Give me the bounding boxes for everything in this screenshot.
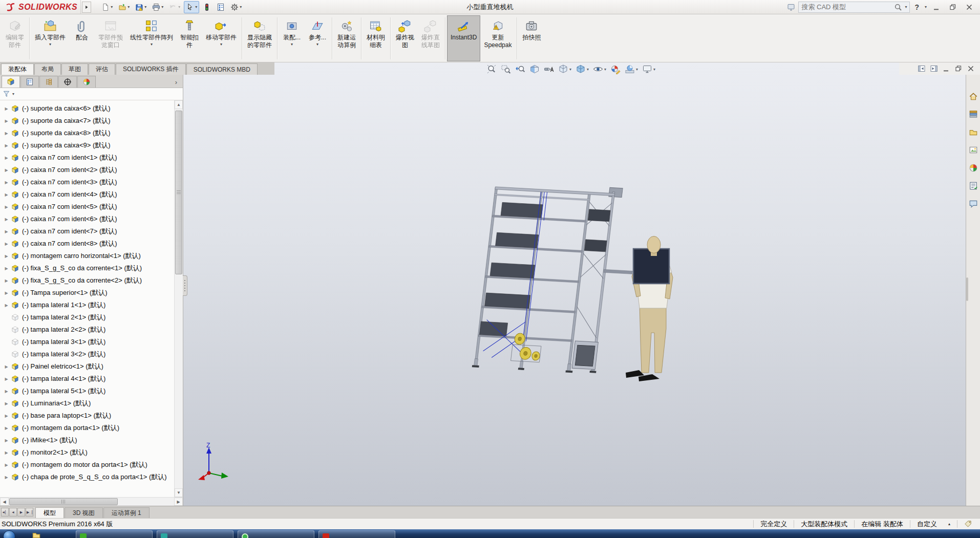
mannequin-model[interactable] bbox=[626, 236, 673, 382]
help-button[interactable]: ? bbox=[913, 3, 921, 11]
mannequin-head[interactable] bbox=[647, 236, 661, 253]
hide-show-items-button[interactable]: ▾ bbox=[593, 64, 606, 74]
scroll-left-button[interactable]: ◀ bbox=[0, 498, 9, 506]
scroll-up-button[interactable]: ▲ bbox=[175, 100, 183, 109]
nav-first-tab-button[interactable]: ◄▏ bbox=[1, 508, 9, 517]
panel-splitter-handle[interactable] bbox=[183, 275, 187, 296]
open-document-button[interactable]: ▾ bbox=[116, 1, 132, 13]
dropdown-caret-icon[interactable]: ▾ bbox=[178, 5, 180, 9]
filter-funnel-icon[interactable] bbox=[3, 90, 10, 98]
tree-item[interactable]: ▶(-) fixa_S_g_S_co da corrente<1> (默认) bbox=[0, 262, 174, 274]
rebuild-traffic-light-button[interactable] bbox=[201, 1, 213, 13]
expand-arrow-icon[interactable]: ▶ bbox=[3, 131, 10, 136]
nav-prev-tab-button[interactable]: ◄ bbox=[9, 508, 17, 517]
tree-item[interactable]: (-) tampa lateral 3<1> (默认) bbox=[0, 336, 174, 348]
tree-item[interactable]: ▶(-) suporte da caixa<9> (默认) bbox=[0, 139, 174, 152]
expand-arrow-icon[interactable]: ▶ bbox=[3, 303, 10, 308]
tree-item[interactable]: ▶(-) caixa n7 com ident<6> (默认) bbox=[0, 213, 174, 225]
file-explorer-button[interactable] bbox=[967, 126, 979, 138]
tree-vertical-scrollbar[interactable]: ▲ ▼ bbox=[174, 100, 183, 497]
filter-caret-icon[interactable]: ▾ bbox=[12, 92, 14, 96]
ribbon-mate-button[interactable]: 配合 bbox=[69, 15, 95, 61]
tree-item[interactable]: ▶(-) iMike<1> (默认) bbox=[0, 434, 174, 446]
new-document-button[interactable]: ▾ bbox=[99, 1, 115, 13]
tab-装配体[interactable]: 装配体 bbox=[1, 63, 34, 75]
dropdown-caret-icon[interactable]: ▾ bbox=[127, 5, 130, 9]
expand-arrow-icon[interactable]: ▶ bbox=[3, 205, 10, 209]
expand-arrow-icon[interactable]: ▶ bbox=[3, 450, 10, 455]
tab-布局[interactable]: 布局 bbox=[34, 63, 61, 75]
doc-restore-button[interactable] bbox=[954, 64, 963, 73]
pane-collapse-right-button[interactable] bbox=[930, 64, 938, 73]
dropdown-caret-icon[interactable]: ▾ bbox=[587, 67, 589, 72]
expand-arrow-icon[interactable]: ▶ bbox=[3, 217, 10, 222]
dropdown-caret-icon[interactable]: ▾ bbox=[144, 5, 146, 9]
ribbon-show-hidden-components-button[interactable]: 显示隐藏的零部件 bbox=[244, 15, 275, 61]
expand-arrow-icon[interactable]: ▶ bbox=[3, 254, 10, 259]
tree-item[interactable]: ▶(-) montagem carro horizontal<1> (默认) bbox=[0, 250, 174, 262]
expand-arrow-icon[interactable]: ▶ bbox=[3, 192, 10, 197]
expand-arrow-icon[interactable]: ▶ bbox=[3, 463, 10, 467]
save-document-button[interactable]: ▾ bbox=[133, 1, 148, 13]
dropdown-caret-icon[interactable]: ▾ bbox=[195, 5, 197, 9]
ribbon-exploded-view-button[interactable]: 爆炸视图 bbox=[392, 15, 418, 61]
dropdown-caret-icon[interactable]: ▾ bbox=[636, 67, 638, 72]
tab-SOLIDWORKS 插件[interactable]: SOLIDWORKS 插件 bbox=[116, 63, 186, 75]
doc-close-button[interactable] bbox=[967, 64, 975, 73]
solidworks-forum-button[interactable] bbox=[967, 198, 979, 210]
window-close-button[interactable] bbox=[963, 2, 976, 12]
ribbon-new-motion-study-button[interactable]: 新建运动算例 bbox=[334, 15, 359, 61]
expand-arrow-icon[interactable]: ▶ bbox=[3, 266, 10, 271]
fm-tab-featuremanager-design-tree[interactable] bbox=[2, 76, 20, 88]
mannequin-pants[interactable] bbox=[640, 303, 666, 373]
appearances-scenes-button[interactable] bbox=[967, 162, 979, 174]
taskbar-app-teal-button[interactable] bbox=[157, 530, 233, 538]
doc-tab-模型[interactable]: 模型 bbox=[35, 507, 64, 518]
expand-arrow-icon[interactable]: ▶ bbox=[3, 278, 10, 283]
tree-item[interactable]: ▶(-) suporte da caixa<8> (默认) bbox=[0, 127, 174, 139]
tree-horizontal-scrollbar[interactable]: ◀ ▶ bbox=[0, 497, 183, 506]
tree-item[interactable]: ▶(-) tampa lateral 1<1> (默认) bbox=[0, 299, 174, 311]
tree-item[interactable]: ▶(-) suporte da caixa<6> (默认) bbox=[0, 102, 174, 115]
ribbon-instant3d-button[interactable]: Instant3D bbox=[447, 15, 480, 61]
options-gear-button[interactable]: ▾ bbox=[228, 1, 244, 13]
edit-appearance-button[interactable] bbox=[610, 64, 621, 74]
expand-arrow-icon[interactable]: ▶ bbox=[3, 156, 10, 160]
doc-minimize-button[interactable] bbox=[942, 64, 950, 73]
scroll-right-button[interactable]: ▶ bbox=[174, 498, 183, 506]
dropdown-caret-icon[interactable]: ▾ bbox=[111, 5, 113, 9]
menu-flyout-button[interactable] bbox=[82, 2, 91, 13]
expand-arrow-icon[interactable]: ▶ bbox=[3, 414, 10, 418]
windows-start-orb[interactable] bbox=[3, 530, 15, 538]
dropdown-caret-icon[interactable]: ▾ bbox=[653, 67, 655, 72]
print-button[interactable]: ▾ bbox=[150, 1, 165, 13]
ribbon-take-snapshot-button[interactable]: 拍快照 bbox=[519, 15, 544, 61]
expand-arrow-icon[interactable]: ▶ bbox=[3, 475, 10, 480]
ribbon-explode-line-sketch-button[interactable]: 爆炸直线草图 bbox=[418, 15, 443, 61]
design-library-button[interactable] bbox=[967, 108, 979, 120]
fm-tab-display-manager[interactable] bbox=[77, 76, 96, 88]
custom-properties-button[interactable] bbox=[967, 180, 979, 192]
machine-model[interactable] bbox=[472, 181, 642, 376]
ribbon-reference-geometry-button[interactable]: 参考...▾ bbox=[305, 15, 330, 61]
ribbon-assembly-features-button[interactable]: 装配...▾ bbox=[279, 15, 305, 61]
tree-item[interactable]: (-) tampa lateral 3<2> (默认) bbox=[0, 348, 174, 360]
help-caret-icon[interactable]: ▾ bbox=[925, 5, 927, 9]
fm-tab-configuration-manager[interactable] bbox=[39, 76, 58, 88]
expand-arrow-icon[interactable]: ▶ bbox=[3, 106, 10, 111]
tab-评估[interactable]: 评估 bbox=[89, 63, 115, 75]
tree-item[interactable]: ▶(-) caixa n7 com ident<4> (默认) bbox=[0, 188, 174, 201]
expand-arrow-icon[interactable]: ▶ bbox=[3, 143, 10, 148]
hide-show-annotations-button[interactable] bbox=[544, 64, 554, 74]
dropdown-caret-icon[interactable]: ▾ bbox=[240, 5, 242, 9]
apply-scene-button[interactable]: ▾ bbox=[625, 64, 638, 74]
ribbon-bill-of-materials-button[interactable]: 材料明细表 bbox=[363, 15, 389, 61]
zoom-to-area-button[interactable] bbox=[501, 64, 511, 74]
resources-home-button[interactable] bbox=[967, 90, 979, 102]
view-settings-button[interactable]: ▾ bbox=[642, 64, 655, 74]
expand-arrow-icon[interactable]: ▶ bbox=[3, 229, 10, 234]
pane-collapse-left-button[interactable] bbox=[918, 64, 926, 73]
search-magnifier-icon[interactable] bbox=[894, 3, 902, 11]
view-orientation-button[interactable]: ▾ bbox=[558, 64, 571, 74]
status-customize-dropdown[interactable]: 自定义▴ bbox=[910, 520, 957, 528]
